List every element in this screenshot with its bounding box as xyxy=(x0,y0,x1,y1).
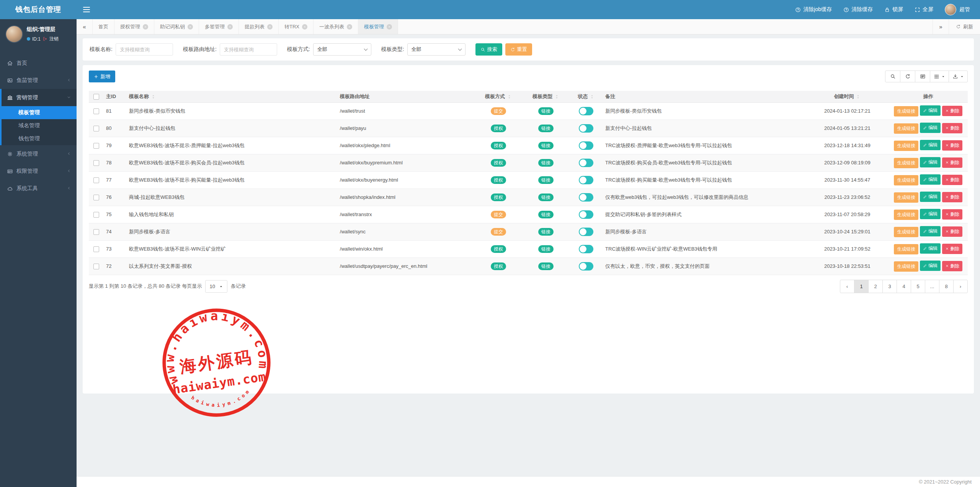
delete-button[interactable]: 删除 xyxy=(942,209,962,220)
edit-button[interactable]: 编辑 xyxy=(920,105,941,116)
tool-button-search-icon[interactable] xyxy=(885,71,900,82)
add-button[interactable]: 新增 xyxy=(89,71,115,82)
generate-link-button[interactable]: 生成链接 xyxy=(894,244,918,254)
page-next[interactable]: › xyxy=(953,280,968,293)
status-toggle[interactable] xyxy=(579,228,593,236)
close-tab-icon[interactable] xyxy=(267,24,273,30)
tab-4[interactable]: 提款列表 xyxy=(239,19,279,34)
generate-link-button[interactable]: 生成链接 xyxy=(894,175,918,185)
delete-button[interactable]: 删除 xyxy=(942,192,962,202)
sidebar-item-0[interactable]: 首页 xyxy=(0,54,77,72)
sidebar-item-1[interactable]: 鱼苗管理 xyxy=(0,72,77,89)
select-all-checkbox[interactable] xyxy=(93,94,99,100)
page-1[interactable]: 1 xyxy=(854,280,869,293)
row-checkbox[interactable] xyxy=(93,126,99,131)
generate-link-button[interactable]: 生成链接 xyxy=(894,192,918,203)
edit-button[interactable]: 编辑 xyxy=(920,209,941,219)
page-prev[interactable]: ‹ xyxy=(840,280,854,293)
tool-button-detail-view-icon[interactable] xyxy=(915,71,930,82)
delete-button[interactable]: 删除 xyxy=(942,106,962,116)
tabs-scroll-left-button[interactable]: « xyxy=(77,19,93,34)
topbar-action-2[interactable]: 锁屏 xyxy=(884,6,903,13)
tool-button-columns-icon[interactable] xyxy=(930,71,949,82)
topbar-action-3[interactable]: 全屏 xyxy=(915,6,933,13)
sidebar-item-2[interactable]: 营销管理 xyxy=(2,89,77,106)
generate-link-button[interactable]: 生成链接 xyxy=(894,227,918,237)
tab-7[interactable]: 模板管理 xyxy=(358,19,398,34)
edit-button[interactable]: 编辑 xyxy=(920,261,941,271)
status-toggle[interactable] xyxy=(579,124,593,133)
template-way-select[interactable]: 全部 xyxy=(313,43,371,56)
status-toggle[interactable] xyxy=(579,245,593,253)
edit-button[interactable]: 编辑 xyxy=(920,226,941,236)
row-checkbox[interactable] xyxy=(93,264,99,269)
tabs-scroll-right-button[interactable]: » xyxy=(933,19,949,34)
sidebar-item-5[interactable]: 系统工具 xyxy=(0,180,77,197)
logout-link[interactable]: 注销 xyxy=(49,36,59,42)
tab-2[interactable]: 助记词私钥 xyxy=(154,19,199,34)
status-toggle[interactable] xyxy=(579,141,593,150)
sidebar-item-3[interactable]: 系统管理 xyxy=(0,145,77,162)
column-header-name[interactable]: 模板名称 xyxy=(127,91,338,102)
close-tab-icon[interactable] xyxy=(188,24,193,30)
page-4[interactable]: 4 xyxy=(897,280,911,293)
status-toggle[interactable] xyxy=(579,176,593,184)
generate-link-button[interactable]: 生成链接 xyxy=(894,123,918,134)
page-8[interactable]: 8 xyxy=(939,280,954,293)
row-checkbox[interactable] xyxy=(93,177,99,183)
row-checkbox[interactable] xyxy=(93,160,99,166)
tab-6[interactable]: 一波杀列表 xyxy=(314,19,358,34)
sidebar-subitem-1[interactable]: 域名管理 xyxy=(2,119,77,132)
edit-button[interactable]: 编辑 xyxy=(920,123,941,133)
sidebar-subitem-2[interactable]: 钱包管理 xyxy=(2,132,77,145)
topbar-user[interactable]: 超管 xyxy=(945,4,970,15)
tab-refresh-button[interactable]: 刷新 xyxy=(949,19,980,34)
page-2[interactable]: 2 xyxy=(868,280,883,293)
row-checkbox[interactable] xyxy=(93,229,99,235)
edit-button[interactable]: 编辑 xyxy=(920,157,941,167)
template-route-input[interactable] xyxy=(220,43,277,56)
delete-button[interactable]: 删除 xyxy=(942,261,962,271)
template-type-select[interactable]: 全部 xyxy=(407,43,466,56)
column-header-type[interactable]: 模板类型 xyxy=(522,91,570,102)
delete-button[interactable]: 删除 xyxy=(942,140,962,151)
close-tab-icon[interactable] xyxy=(387,24,392,30)
page-size-select[interactable]: 10 xyxy=(205,280,227,293)
column-header-way[interactable]: 模板方式 xyxy=(475,91,522,102)
close-tab-icon[interactable] xyxy=(302,24,307,30)
tool-button-refresh-icon[interactable] xyxy=(900,71,915,82)
tab-3[interactable]: 多签管理 xyxy=(199,19,239,34)
sidebar-toggle-button[interactable] xyxy=(77,0,96,19)
status-toggle[interactable] xyxy=(579,159,593,167)
delete-button[interactable]: 删除 xyxy=(942,175,962,185)
row-checkbox[interactable] xyxy=(93,195,99,200)
edit-button[interactable]: 编辑 xyxy=(920,192,941,202)
tab-1[interactable]: 授权管理 xyxy=(114,19,154,34)
reset-button[interactable]: 重置 xyxy=(505,43,532,56)
tab-0[interactable]: 首页 xyxy=(93,19,114,34)
generate-link-button[interactable]: 生成链接 xyxy=(894,158,918,168)
page-...[interactable]: ... xyxy=(925,280,939,293)
edit-button[interactable]: 编辑 xyxy=(920,174,941,185)
generate-link-button[interactable]: 生成链接 xyxy=(894,141,918,151)
close-tab-icon[interactable] xyxy=(347,24,352,30)
generate-link-button[interactable]: 生成链接 xyxy=(894,210,918,220)
status-toggle[interactable] xyxy=(579,193,593,202)
column-header-status[interactable]: 状态 xyxy=(570,91,603,102)
sidebar-subitem-0[interactable]: 模板管理 xyxy=(2,106,77,119)
status-toggle[interactable] xyxy=(579,262,593,271)
tab-5[interactable]: 转TRX xyxy=(279,19,314,34)
generate-link-button[interactable]: 生成链接 xyxy=(894,106,918,116)
status-toggle[interactable] xyxy=(579,210,593,219)
delete-button[interactable]: 删除 xyxy=(942,226,962,237)
delete-button[interactable]: 删除 xyxy=(942,157,962,168)
edit-button[interactable]: 编辑 xyxy=(920,140,941,150)
page-3[interactable]: 3 xyxy=(882,280,897,293)
topbar-action-0[interactable]: 清除job缓存 xyxy=(795,6,832,13)
close-tab-icon[interactable] xyxy=(143,24,148,30)
delete-button[interactable]: 删除 xyxy=(942,244,962,254)
page-5[interactable]: 5 xyxy=(911,280,925,293)
row-checkbox[interactable] xyxy=(93,246,99,252)
row-checkbox[interactable] xyxy=(93,212,99,218)
status-toggle[interactable] xyxy=(579,107,593,115)
